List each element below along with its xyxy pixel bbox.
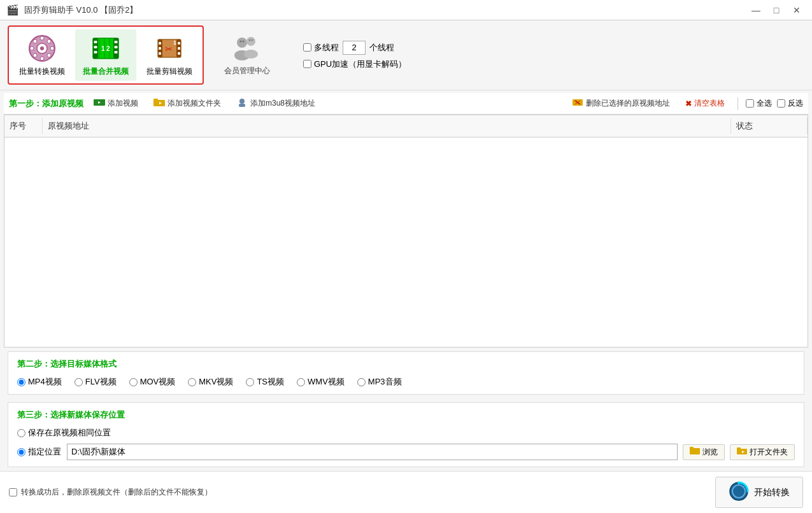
- format-mov-label[interactable]: MOV视频: [129, 376, 176, 388]
- close-button[interactable]: ✕: [788, 3, 806, 18]
- custom-location-label[interactable]: 指定位置: [17, 446, 62, 458]
- format-mp4-radio[interactable]: [17, 378, 25, 386]
- clear-table-button[interactable]: ✖ 清空表格: [680, 96, 730, 111]
- format-flv-label[interactable]: FLV视频: [75, 376, 117, 388]
- svg-rect-30: [159, 52, 161, 55]
- gpu-label: GPU加速（用显卡解码）: [314, 59, 406, 70]
- open-folder-label: 打开文件夹: [750, 447, 788, 458]
- gpu-row: GPU加速（用显卡解码）: [303, 59, 406, 70]
- svg-text:2: 2: [106, 45, 110, 52]
- add-folder-label: 添加视频文件夹: [167, 98, 221, 109]
- maximize-button[interactable]: □: [767, 3, 785, 18]
- step2-label: 第二步：选择目标媒体格式: [17, 358, 795, 370]
- svg-text:1: 1: [173, 39, 176, 46]
- minimize-icon: —: [751, 5, 760, 15]
- save-path-input[interactable]: [67, 444, 678, 460]
- svg-text:1: 1: [101, 45, 105, 52]
- delete-after-convert-label[interactable]: 转换成功后，删除原视频文件（删除后的文件不能恢复）: [9, 487, 212, 498]
- same-location-row: 保存在原视频相同位置: [17, 427, 795, 439]
- batch-convert-button[interactable]: 批量转换视频: [11, 29, 73, 81]
- add-m3u8-button[interactable]: 添加m3u8视频地址: [231, 96, 320, 111]
- svg-point-9: [47, 39, 51, 43]
- browse-button[interactable]: 浏览: [683, 444, 725, 460]
- check-all-text: 全选: [757, 98, 772, 109]
- format-ts-label[interactable]: TS视频: [246, 376, 284, 388]
- svg-rect-29: [159, 47, 161, 50]
- svg-point-36: [237, 38, 247, 48]
- batch-merge-button[interactable]: 1 2 批量合并视频: [75, 29, 136, 81]
- check-all-checkbox[interactable]: [746, 99, 754, 108]
- format-flv-text: FLV视频: [85, 376, 117, 388]
- svg-point-3: [40, 36, 44, 40]
- format-mp3-label[interactable]: MP3音频: [357, 376, 402, 388]
- format-wmv-radio[interactable]: [297, 378, 305, 386]
- same-location-radio[interactable]: [17, 429, 25, 437]
- invert-select-checkbox[interactable]: [777, 99, 785, 108]
- svg-rect-33: [178, 52, 180, 55]
- invert-select-text: 反选: [788, 98, 803, 109]
- svg-point-41: [243, 41, 245, 43]
- svg-point-2: [40, 46, 44, 50]
- svg-rect-32: [178, 47, 180, 50]
- step3-section: 第三步：选择新媒体保存位置 保存在原视频相同位置 指定位置: [8, 402, 804, 467]
- same-location-label[interactable]: 保存在原视频相同位置: [17, 427, 111, 439]
- table-header: 序号 原视频地址 状态: [4, 115, 808, 137]
- add-folder-button[interactable]: 添加视频文件夹: [148, 96, 226, 111]
- film-strip-green-svg: 1 2: [90, 33, 121, 64]
- batch-merge-label: 批量合并视频: [83, 66, 129, 77]
- multi-thread-checkbox-label[interactable]: 多线程: [303, 42, 339, 53]
- delete-after-convert-checkbox[interactable]: [9, 488, 17, 496]
- start-convert-button[interactable]: 开始转换: [715, 477, 803, 508]
- format-mp4-label[interactable]: MP4视频: [17, 376, 62, 388]
- svg-point-49: [239, 99, 245, 104]
- delete-selected-label: 删除已选择的原视频地址: [586, 98, 670, 109]
- custom-location-radio[interactable]: [17, 448, 25, 456]
- multi-thread-checkbox[interactable]: [303, 43, 311, 52]
- table-body: [4, 137, 808, 252]
- format-mkv-radio[interactable]: [188, 378, 196, 386]
- gpu-checkbox-label[interactable]: GPU加速（用显卡解码）: [303, 59, 406, 70]
- title-bar-controls: — □ ✕: [747, 3, 806, 18]
- format-ts-text: TS视频: [257, 376, 284, 388]
- close-icon: ✕: [793, 5, 801, 15]
- svg-rect-14: [94, 41, 97, 43]
- format-mkv-text: MKV视频: [199, 376, 233, 388]
- format-mp3-radio[interactable]: [357, 378, 366, 386]
- film-scissors-svg: ✂ 1: [154, 33, 185, 64]
- format-flv-radio[interactable]: [75, 378, 83, 386]
- svg-rect-19: [115, 51, 118, 53]
- custom-location-row: 指定位置 浏览 打开文件夹: [17, 444, 795, 460]
- add-video-label: 添加视频: [108, 98, 138, 109]
- batch-edit-icon: ✂ 1: [154, 33, 185, 64]
- format-mkv-label[interactable]: MKV视频: [188, 376, 233, 388]
- thread-count-input[interactable]: [343, 41, 366, 55]
- add-m3u8-label: 添加m3u8视频地址: [250, 98, 315, 109]
- format-wmv-label[interactable]: WMV视频: [297, 376, 345, 388]
- main-content: 第一步：添加原视频 添加视频 添加视频文件夹 添加m3u8视频地址: [0, 90, 812, 471]
- member-label: 会员管理中心: [224, 66, 270, 76]
- svg-point-6: [50, 46, 54, 50]
- maximize-icon: □: [774, 5, 779, 15]
- svg-rect-16: [94, 51, 97, 53]
- add-folder-icon: [153, 98, 165, 109]
- format-mp4-text: MP4视频: [28, 376, 62, 388]
- format-mov-radio[interactable]: [129, 378, 138, 386]
- delete-selected-button[interactable]: 删除已选择的原视频地址: [567, 96, 675, 111]
- add-video-button[interactable]: 添加视频: [89, 96, 143, 111]
- open-folder-button[interactable]: 打开文件夹: [730, 444, 795, 460]
- minimize-button[interactable]: —: [747, 3, 765, 18]
- batch-convert-label: 批量转换视频: [19, 66, 65, 77]
- gpu-checkbox[interactable]: [303, 60, 311, 68]
- svg-rect-18: [115, 46, 118, 48]
- check-all-label[interactable]: 全选: [746, 98, 772, 109]
- title-bar: 🎬 固乔剪辑助手 V10.0 【固乔2】 — □ ✕: [0, 0, 812, 20]
- member-management-button[interactable]: 会员管理中心: [214, 31, 280, 79]
- start-convert-label: 开始转换: [754, 487, 790, 498]
- batch-edit-button[interactable]: ✂ 1 批量剪辑视频: [139, 29, 200, 81]
- svg-point-39: [244, 50, 258, 59]
- invert-select-label[interactable]: 反选: [777, 98, 803, 109]
- toolbar: 批量转换视频: [0, 20, 812, 90]
- format-ts-radio[interactable]: [246, 378, 254, 386]
- delete-after-convert-text: 转换成功后，删除原视频文件（删除后的文件不能恢复）: [21, 487, 212, 498]
- step3-label: 第三步：选择新媒体保存位置: [17, 409, 795, 421]
